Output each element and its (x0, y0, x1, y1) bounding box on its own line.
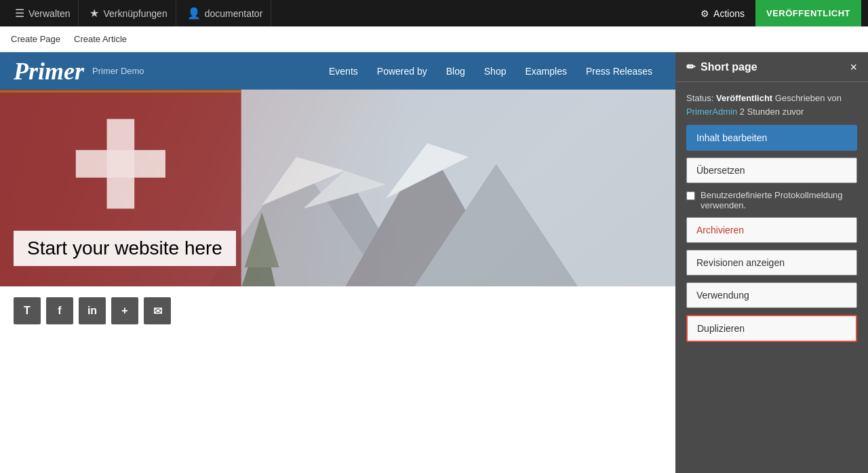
social-bar: T f in + ✉ (0, 286, 675, 335)
linkedin-icon[interactable]: in (79, 297, 106, 324)
site-logo[interactable]: Primer (14, 59, 84, 83)
create-article-link[interactable]: Create Article (74, 34, 127, 44)
admin-bar-right: ⚙ Actions VERÖFFENTLICHT (690, 0, 861, 26)
status-value: Veröffentlicht (716, 93, 772, 103)
publish-label: VERÖFFENTLICHT (766, 8, 850, 18)
translate-button[interactable]: Übersetzen (686, 157, 857, 183)
add-icon[interactable]: + (111, 297, 138, 324)
admin-bar-item-verknupfungen[interactable]: ★ Verknüpfungen (81, 0, 176, 26)
menu-icon: ☰ (15, 7, 24, 20)
admin-bar-verknupfungen-label: Verknüpfungen (103, 8, 167, 19)
hero-text-box: Start your website here (14, 231, 236, 266)
svg-rect-10 (107, 119, 135, 208)
written-by-label: Geschrieben von (775, 93, 842, 103)
close-panel-button[interactable]: × (850, 61, 857, 73)
edit-content-button[interactable]: Inhalt bearbeiten (686, 125, 857, 151)
admin-bar-left: ☰ Verwalten ★ Verknüpfungen 👤 documentat… (7, 0, 690, 26)
side-panel-title: ✏ Short page (686, 60, 757, 73)
create-page-link[interactable]: Create Page (11, 34, 60, 44)
custom-log-row: Benutzerdefinierte Protokollmeldung verw… (686, 190, 857, 210)
email-icon[interactable]: ✉ (144, 297, 171, 324)
author-link[interactable]: PrimerAdmin (686, 107, 737, 117)
secondary-bar: Create Page Create Article (0, 26, 868, 52)
hero-text: Start your website here (27, 238, 222, 259)
hero-section: Start your website here (0, 90, 675, 286)
side-panel-header: ✏ Short page × (675, 52, 868, 82)
twitter-icon[interactable]: T (14, 297, 41, 324)
site-nav: Primer Primer Demo Events Powered by Blo… (0, 52, 675, 90)
status-line: Status: Veröffentlicht Geschrieben von P… (686, 92, 857, 118)
actions-button[interactable]: ⚙ Actions (690, 0, 755, 26)
close-icon: × (850, 60, 857, 74)
admin-bar: ☰ Verwalten ★ Verknüpfungen 👤 documentat… (0, 0, 868, 26)
admin-bar-verwalten-label: Verwalten (28, 8, 70, 19)
usage-button[interactable]: Verwendung (686, 282, 857, 308)
admin-bar-item-documentator[interactable]: 👤 documentator (179, 0, 272, 26)
actions-icon: ⚙ (701, 8, 709, 19)
svg-rect-12 (241, 90, 675, 286)
nav-press-releases[interactable]: Press Releases (576, 52, 662, 90)
side-panel: ✏ Short page × Status: Veröffentlicht Ge… (675, 52, 868, 473)
admin-bar-item-verwalten[interactable]: ☰ Verwalten (7, 0, 79, 26)
custom-log-checkbox[interactable] (686, 191, 695, 200)
site-tagline: Primer Demo (92, 66, 144, 76)
main-wrapper: Primer Primer Demo Events Powered by Blo… (0, 52, 868, 473)
user-icon: 👤 (187, 7, 201, 20)
nav-shop[interactable]: Shop (475, 52, 516, 90)
facebook-icon[interactable]: f (46, 297, 73, 324)
nav-powered-by[interactable]: Powered by (368, 52, 437, 90)
site-content: Primer Primer Demo Events Powered by Blo… (0, 52, 675, 473)
publish-button[interactable]: VERÖFFENTLICHT (755, 0, 861, 26)
revisions-button[interactable]: Revisionen anzeigen (686, 250, 857, 276)
time-ago: 2 Stunden zuvor (740, 107, 804, 117)
nav-examples[interactable]: Examples (515, 52, 576, 90)
status-label: Status: (686, 93, 713, 103)
custom-log-label: Benutzerdefinierte Protokollmeldung verw… (701, 190, 857, 210)
archive-button[interactable]: Archivieren (686, 217, 857, 243)
nav-blog[interactable]: Blog (437, 52, 475, 90)
star-icon: ★ (90, 7, 99, 20)
nav-events[interactable]: Events (319, 52, 368, 90)
duplicate-button[interactable]: Duplizieren (686, 315, 857, 342)
actions-label: Actions (713, 8, 745, 19)
pencil-icon: ✏ (686, 60, 695, 73)
side-panel-title-text: Short page (701, 61, 757, 73)
admin-bar-documentator-label: documentator (205, 8, 263, 19)
side-panel-body: Status: Veröffentlicht Geschrieben von P… (675, 82, 868, 352)
nav-links: Events Powered by Blog Shop Examples Pre… (319, 52, 662, 90)
